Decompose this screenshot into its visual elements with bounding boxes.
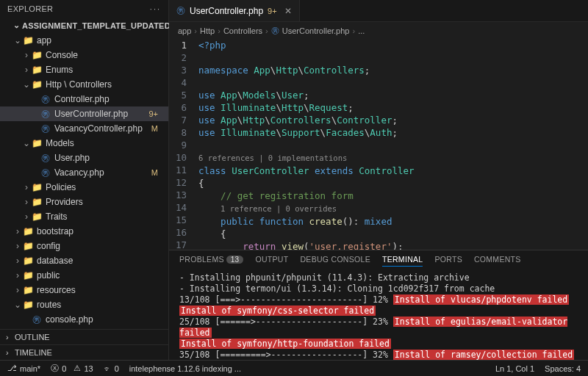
tab-badge: 9+ <box>268 7 277 15</box>
php-icon: ㊚ <box>40 108 51 120</box>
item-label: app <box>37 35 51 46</box>
workspace-name: ASSIGNMENT_TEMPLATE_UPDATED <box>22 21 171 30</box>
folder-item[interactable]: ›📁public <box>0 268 168 283</box>
folder-item[interactable]: ›📁bootstrap <box>0 224 168 239</box>
more-icon[interactable]: ··· <box>150 4 161 13</box>
item-label: Traits <box>46 212 68 222</box>
panel-tab-comments[interactable]: COMMENTS <box>474 255 521 267</box>
item-badge: M <box>151 168 158 177</box>
status-bar: ⎇ main* ⓧ 0 ⚠ 13 ᯤ 0 intelephense 1.12.6… <box>0 360 588 376</box>
explorer-sidebar: EXPLORER ··· ⌄ ASSIGNMENT_TEMPLATE_UPDAT… <box>0 0 169 360</box>
panel-tab-ports[interactable]: PORTS <box>434 255 462 267</box>
explorer-header: EXPLORER ··· <box>0 0 168 18</box>
item-badge: 9+ <box>148 109 158 118</box>
panel-tabs: PROBLEMS13OUTPUTDEBUG CONSOLETERMINALPOR… <box>169 250 588 271</box>
code-editor[interactable]: 1234567891011121314151617 <?php namespac… <box>169 39 588 250</box>
folder-blue-icon: 📁 <box>22 270 34 281</box>
php-icon: ㊚ <box>40 152 51 164</box>
php-icon: ㊚ <box>31 314 43 326</box>
item-label: Enums <box>46 65 73 75</box>
timeline-section[interactable]: › TIMELINE <box>0 344 168 360</box>
file-tree: ⌄📁app›📁Console›📁Enums⌄📁Http \ Controller… <box>0 33 168 329</box>
item-label: Policies <box>46 182 76 192</box>
item-label: Controller.php <box>54 94 110 104</box>
item-label: console.php <box>46 314 93 325</box>
item-label: Providers <box>46 197 83 207</box>
line-gutter: 1234567891011121314151617 <box>169 39 194 250</box>
file-item[interactable]: ㊚VacancyController.phpM <box>0 121 168 136</box>
folder-item[interactable]: ›📁Policies <box>0 180 168 195</box>
breadcrumb-item[interactable]: ... <box>358 26 365 35</box>
item-label: database <box>37 256 73 266</box>
item-label: VacancyController.php <box>54 123 143 134</box>
breadcrumb-item[interactable]: UserController.php <box>282 26 350 35</box>
item-label: User.php <box>54 153 90 163</box>
code-content[interactable]: <?php namespace App\Http\Controllers; us… <box>194 39 588 250</box>
file-item[interactable]: ㊚User.php <box>0 151 168 165</box>
folder-item[interactable]: ⌄📁app <box>0 33 168 48</box>
outline-section[interactable]: › OUTLINE <box>0 329 168 344</box>
folder-item[interactable]: ›📁config <box>0 239 168 253</box>
folder-item[interactable]: ›📁resources <box>0 283 168 297</box>
file-item[interactable]: ㊚UserController.php9+ <box>0 106 168 121</box>
file-item[interactable]: ㊚console.php <box>0 312 168 327</box>
workspace-section[interactable]: ⌄ ASSIGNMENT_TEMPLATE_UPDATED <box>0 18 168 33</box>
php-icon: ㊚ <box>40 123 51 135</box>
chevron-right-icon: › <box>6 333 12 341</box>
folder-item[interactable]: ›📁Traits <box>0 209 168 224</box>
folder-green-icon: 📁 <box>22 285 34 295</box>
breadcrumb[interactable]: app›Http›Controllers›㊚ UserController.ph… <box>169 22 588 39</box>
panel-tab-debug-console[interactable]: DEBUG CONSOLE <box>300 255 370 267</box>
explorer-title: EXPLORER <box>7 4 53 13</box>
folder-icon: 📁 <box>31 65 43 75</box>
item-label: config <box>37 241 60 251</box>
item-label: Http \ Controllers <box>46 79 112 90</box>
folder-green-icon: 📁 <box>22 241 34 251</box>
breadcrumb-item[interactable]: app <box>178 26 191 35</box>
tab-label: UserController.php <box>190 6 263 16</box>
file-item[interactable]: ㊚Vacancy.phpM <box>0 165 168 180</box>
folder-red-icon: 📁 <box>31 138 43 148</box>
indentation-status[interactable]: Spaces: 4 <box>545 364 581 373</box>
php-icon: ㊚ <box>40 167 51 179</box>
breadcrumb-item[interactable]: Controllers <box>223 26 262 35</box>
folder-item[interactable]: ›📁Console <box>0 48 168 62</box>
panel-tab-output[interactable]: OUTPUT <box>255 255 288 267</box>
folder-item[interactable]: ›📁database <box>0 253 168 268</box>
problems-status[interactable]: ⓧ 0 ⚠ 13 <box>51 363 93 374</box>
chevron-right-icon: › <box>6 348 12 357</box>
terminal-output[interactable]: - Installing phpunit/phpunit (11.4.3): E… <box>169 271 588 360</box>
folder-item[interactable]: ›📁Providers <box>0 195 168 209</box>
item-label: Console <box>46 50 78 60</box>
php-icon: ㊚ <box>40 93 51 106</box>
close-icon[interactable]: ✕ <box>284 6 292 16</box>
panel-tab-terminal[interactable]: TERMINAL <box>382 255 423 267</box>
folder-item[interactable]: ›📁Enums <box>0 62 168 77</box>
folder-item[interactable]: ⌄📁Http \ Controllers <box>0 77 168 92</box>
php-icon: ㊚ <box>176 4 185 17</box>
bottom-panel: PROBLEMS13OUTPUTDEBUG CONSOLETERMINALPOR… <box>169 250 588 360</box>
tab-bar: ㊚ UserController.php 9+ ✕ <box>169 0 588 22</box>
ext-status: intelephense 1.12.6 indexing ... <box>129 364 241 373</box>
folder-item[interactable]: ⌄📁Models <box>0 136 168 151</box>
folder-green-icon: 📁 <box>31 50 43 60</box>
folder-item[interactable]: ⌄📁routes <box>0 297 168 312</box>
cursor-position[interactable]: Ln 1, Col 1 <box>495 364 534 373</box>
item-label: public <box>37 270 60 281</box>
breadcrumb-item[interactable]: Http <box>200 26 215 35</box>
folder-icon: 📁 <box>31 79 43 90</box>
item-label: bootstrap <box>37 226 74 236</box>
folder-icon: 📁 <box>31 182 43 192</box>
ports-status[interactable]: ᯤ 0 <box>104 364 119 373</box>
tab-usercontroller[interactable]: ㊚ UserController.php 9+ ✕ <box>169 0 300 21</box>
editor-area: ㊚ UserController.php 9+ ✕ app›Http›Contr… <box>169 0 588 360</box>
chevron-down-icon: ⌄ <box>13 21 19 30</box>
item-label: routes <box>37 300 61 310</box>
git-branch[interactable]: ⎇ main* <box>7 364 40 373</box>
file-item[interactable]: ㊚Controller.php <box>0 92 168 106</box>
panel-tab-problems[interactable]: PROBLEMS13 <box>179 255 243 267</box>
item-badge: M <box>151 124 158 133</box>
item-label: resources <box>37 285 76 295</box>
folder-icon: 📁 <box>22 256 34 266</box>
folder-icon: 📁 <box>31 212 43 222</box>
